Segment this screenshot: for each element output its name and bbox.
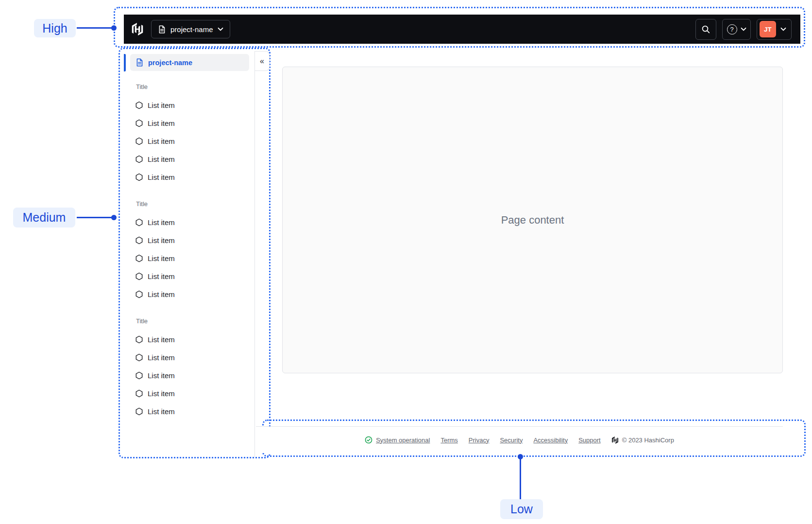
sidebar-item[interactable]: List item [124,213,254,231]
search-button[interactable] [695,19,716,40]
sidebar-item[interactable]: List item [124,349,254,367]
hexagon-icon [135,218,143,227]
hexagon-icon [135,137,143,145]
priority-label-low: Low [500,499,543,519]
sidebar-item-label: List item [148,407,175,416]
sidebar-section-items: List item List item List item List item [124,96,254,186]
copyright-text: © 2023 HashiCorp [622,437,674,444]
sidebar-item-label: List item [148,272,175,280]
priority-label-high: High [34,19,76,37]
sidebar-item-label: List item [148,101,175,109]
nav-right-group: ? JT [695,19,792,40]
sidebar-item[interactable]: List item [124,114,254,132]
sidebar-item[interactable]: List item [124,367,254,384]
hexagon-icon [135,389,143,398]
check-circle-icon [365,436,372,444]
sidebar-item[interactable]: List item [124,331,254,349]
sidebar-section: Title List item List item List item [124,317,254,420]
hexagon-icon [135,407,143,416]
hexagon-icon [135,119,143,127]
page-content-placeholder: Page content [501,214,564,227]
sidebar-item-label: List item [148,137,175,145]
search-icon [701,25,710,34]
sidebar-section-title: Title [124,200,254,209]
system-status-label: System operational [376,437,430,444]
active-item-indicator [124,54,126,71]
sidebar-item[interactable]: List item [124,150,254,168]
annotation-connector-medium [77,217,113,218]
sidebar-item-label: List item [148,119,175,127]
annotation-dot-low [518,454,523,459]
collapse-sidebar-button[interactable]: « [260,57,264,65]
sidebar-item-label: List item [148,290,175,298]
file-text-icon [135,58,144,67]
footer-link[interactable]: Support [578,437,601,444]
annotation-connector-low [520,459,521,499]
sidebar-section-title: Title [124,83,254,91]
hexagon-icon [135,101,143,109]
footer-copyright-group: © 2023 HashiCorp [611,437,674,444]
hashicorp-logo-icon [611,437,619,444]
top-nav-bar: project-name ? J [124,15,800,44]
hexagon-icon [135,173,143,181]
hexagon-icon [135,272,143,280]
footer-link[interactable]: Privacy [469,437,490,444]
hexagon-icon [135,335,143,344]
sidebar-section: Title List item List item List item [124,200,254,303]
sidebar-section-title: Title [124,317,254,326]
project-selector-label: project-name [170,25,213,34]
footer-link[interactable]: Security [500,437,523,444]
sidebar-item[interactable]: List item [124,96,254,114]
sidebar-item[interactable]: List item [124,384,254,402]
sidebar-item-project-name[interactable]: project-name [130,54,249,71]
sidebar-section: Title List item List item List item [124,83,254,186]
sidebar-sections: Title List item List item List item [124,83,254,420]
sidebar-item-label: List item [148,218,175,227]
sidebar-section-items: List item List item List item List item [124,213,254,303]
annotation-dot-high [111,25,117,31]
side-nav: project-name Title List item List item L… [124,51,255,457]
footer-links: Terms Privacy Security Accessibility Sup… [440,437,600,444]
sidebar-item-label: List item [148,254,175,262]
sidebar-item[interactable]: List item [124,285,254,303]
help-icon: ? [727,24,737,35]
hexagon-icon [135,371,143,380]
sidebar-item[interactable]: List item [124,267,254,285]
avatar: JT [760,21,776,37]
hexagon-icon [135,353,143,362]
footer-link[interactable]: Accessibility [533,437,568,444]
priority-label-medium: Medium [13,208,75,227]
sidebar-item-label: List item [148,335,175,344]
sidebar-active-item-label: project-name [148,59,192,67]
help-menu-dropdown[interactable]: ? [722,19,751,40]
sidebar-item[interactable]: List item [124,402,254,420]
annotation-dot-medium [111,215,117,220]
annotation-connector-high [77,27,113,29]
sidebar-item[interactable]: List item [124,231,254,249]
hashicorp-logo-icon [131,23,144,35]
user-menu-dropdown[interactable]: JT [757,19,792,40]
sidebar-item-label: List item [148,389,175,398]
chevron-down-icon [780,27,786,31]
hexagon-icon [135,155,143,163]
project-selector-dropdown[interactable]: project-name [151,20,230,38]
hexagon-icon [135,290,143,298]
system-status-link[interactable]: System operational [365,436,430,444]
screenshot-canvas: project-name ? J [0,0,812,524]
sidebar-item[interactable]: List item [124,249,254,267]
sidebar-item-label: List item [148,236,175,245]
sidebar-item-label: List item [148,155,175,163]
sidebar-item-label: List item [148,353,175,362]
hexagon-icon [135,254,143,262]
file-text-icon [158,25,166,34]
sidebar-collapse-flap: « [255,51,270,71]
sidebar-item[interactable]: List item [124,132,254,150]
sidebar-item[interactable]: List item [124,168,254,186]
sidebar-item-label: List item [148,371,175,380]
chevron-down-icon [218,27,223,31]
hexagon-icon [135,236,143,245]
sidebar-item-label: List item [148,173,175,181]
page-content-area: Page content [282,67,783,373]
app-footer: System operational Terms Privacy Securit… [256,426,783,453]
footer-link[interactable]: Terms [440,437,457,444]
